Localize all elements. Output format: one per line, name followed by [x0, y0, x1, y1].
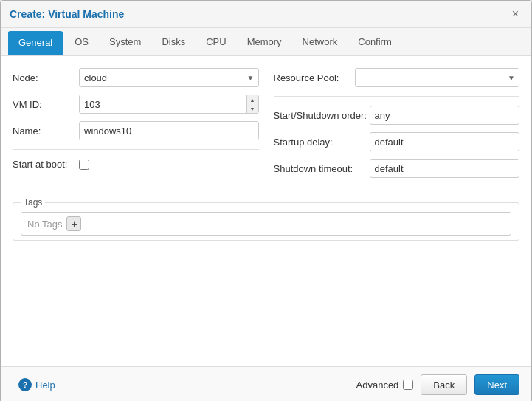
help-icon: ? — [18, 378, 32, 391]
tab-memory[interactable]: Memory — [237, 29, 292, 56]
tab-disks[interactable]: Disks — [151, 29, 196, 56]
form-section: Node: cloud ▼ VM ID: ▲ ▼ — [13, 68, 519, 185]
help-button[interactable]: ? Help — [13, 375, 61, 394]
divider-1 — [13, 149, 259, 150]
vmid-decrement-button[interactable]: ▼ — [247, 104, 258, 113]
title-bar: Create: Virtual Machine × — [1, 1, 531, 28]
name-label: Name: — [13, 126, 79, 137]
start-shutdown-input[interactable] — [370, 106, 520, 125]
startup-delay-label: Startup delay: — [274, 137, 370, 148]
tags-empty-label: No Tags — [27, 219, 62, 230]
vmid-input[interactable] — [79, 95, 259, 114]
name-row: Name: — [13, 121, 259, 140]
tags-box: No Tags + — [21, 212, 511, 236]
start-at-boot-checkbox[interactable] — [79, 160, 89, 170]
tab-network[interactable]: Network — [292, 29, 348, 56]
divider-2 — [274, 96, 520, 97]
tab-os[interactable]: OS — [64, 29, 99, 56]
advanced-checkbox[interactable] — [403, 380, 413, 390]
tab-confirm[interactable]: Confirm — [348, 29, 402, 56]
form-content: Node: cloud ▼ VM ID: ▲ ▼ — [1, 56, 531, 366]
shutdown-timeout-input[interactable] — [370, 159, 520, 178]
shutdown-timeout-label: Shutdown timeout: — [274, 163, 370, 174]
tab-system[interactable]: System — [99, 29, 151, 56]
node-select[interactable]: cloud — [79, 68, 259, 87]
dialog-title: Create: Virtual Machine — [10, 8, 124, 20]
tags-section: Tags No Tags + — [13, 197, 519, 241]
start-at-boot-label: Start at boot: — [13, 159, 79, 170]
name-input[interactable] — [79, 121, 259, 140]
form-left: Node: cloud ▼ VM ID: ▲ ▼ — [13, 68, 259, 185]
footer-right: Advanced Back Next — [356, 374, 519, 395]
form-right: Resource Pool: ▼ Start/Shutdown order: — [274, 68, 520, 185]
vmid-row: VM ID: ▲ ▼ — [13, 95, 259, 114]
shutdown-timeout-row: Shutdown timeout: — [274, 159, 520, 178]
resource-pool-select-wrapper: ▼ — [355, 68, 520, 87]
help-label: Help — [35, 380, 55, 391]
advanced-section: Advanced — [356, 380, 414, 391]
resource-pool-label: Resource Pool: — [274, 72, 355, 83]
create-vm-dialog: Create: Virtual Machine × General OS Sys… — [0, 0, 532, 401]
startup-delay-input[interactable] — [370, 132, 520, 151]
startup-delay-row: Startup delay: — [274, 132, 520, 151]
tab-bar: General OS System Disks CPU Memory Netwo… — [1, 28, 531, 56]
node-select-wrapper: cloud ▼ — [79, 68, 259, 87]
tab-cpu[interactable]: CPU — [196, 29, 236, 56]
resource-pool-select[interactable] — [355, 68, 520, 87]
node-label: Node: — [13, 72, 79, 83]
start-shutdown-row: Start/Shutdown order: — [274, 106, 520, 125]
advanced-label: Advanced — [356, 380, 399, 391]
back-button[interactable]: Back — [421, 374, 467, 395]
next-button[interactable]: Next — [474, 374, 519, 395]
start-at-boot-row: Start at boot: — [13, 159, 259, 170]
close-button[interactable]: × — [508, 7, 522, 21]
vmid-spinner-btns: ▲ ▼ — [246, 95, 258, 113]
footer-left: ? Help — [13, 375, 61, 394]
add-tag-button[interactable]: + — [66, 216, 81, 231]
node-row: Node: cloud ▼ — [13, 68, 259, 87]
footer: ? Help Advanced Back Next — [1, 366, 531, 401]
vmid-spinner-wrapper: ▲ ▼ — [79, 95, 259, 114]
vmid-increment-button[interactable]: ▲ — [247, 95, 258, 104]
resource-pool-row: Resource Pool: ▼ — [274, 68, 520, 87]
vmid-label: VM ID: — [13, 99, 79, 110]
tab-general[interactable]: General — [8, 31, 63, 55]
tags-legend: Tags — [21, 197, 45, 208]
start-shutdown-label: Start/Shutdown order: — [274, 110, 370, 121]
